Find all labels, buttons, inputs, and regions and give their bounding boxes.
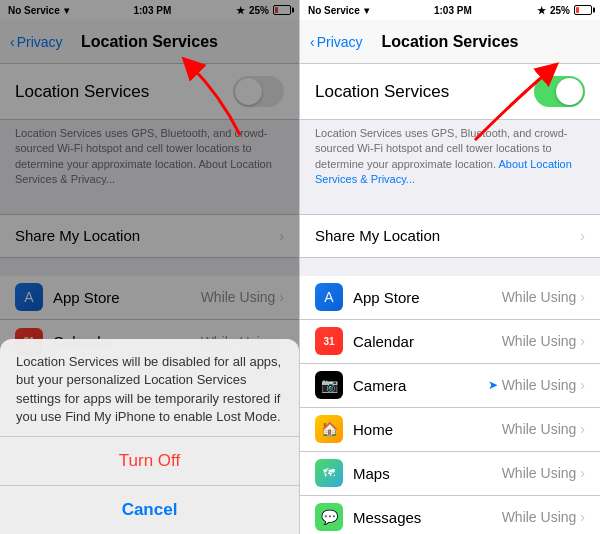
battery-icon-right (574, 5, 592, 15)
bluetooth-icon-right: ★ (537, 5, 546, 16)
camera-gps-indicator: ➤ (488, 378, 498, 392)
right-app-camera[interactable]: 📷 Camera ➤ While Using › (300, 364, 600, 408)
turn-off-button[interactable]: Turn Off (0, 437, 299, 486)
maps-value-right: While Using (502, 465, 577, 481)
right-app-appstore[interactable]: A App Store While Using › (300, 276, 600, 320)
right-app-calendar[interactable]: 31 Calendar While Using › (300, 320, 600, 364)
no-service-right: No Service (308, 5, 360, 16)
maps-icon-right: 🗺 (315, 459, 343, 487)
right-status-bar: No Service ▾ 1:03 PM ★ 25% (300, 0, 600, 20)
right-location-toggle[interactable] (534, 76, 585, 107)
camera-chevron-right: › (580, 377, 585, 393)
calendar-value-right: While Using (502, 333, 577, 349)
home-chevron-right: › (580, 421, 585, 437)
right-apps-list: A App Store While Using › 31 Calendar Wh… (300, 276, 600, 534)
right-status-right: ★ 25% (537, 5, 592, 16)
right-nav-bar: ‹ Privacy Location Services (300, 20, 600, 64)
battery-fill-right (576, 7, 580, 13)
camera-label-right: Camera (353, 377, 488, 394)
battery-pct-right: 25% (550, 5, 570, 16)
red-arrow-left (160, 55, 260, 145)
appstore-icon-right: A (315, 283, 343, 311)
right-back-label: Privacy (317, 34, 363, 50)
right-loc-label: Location Services (315, 82, 534, 102)
left-panel: No Service ▾ 1:03 PM ★ 25% ‹ Privacy Loc… (0, 0, 300, 534)
appstore-chevron-right: › (580, 289, 585, 305)
messages-value-right: While Using (502, 509, 577, 525)
right-divider-gap (300, 258, 600, 276)
right-content: Location Services Location Services uses… (300, 64, 600, 534)
home-value-right: While Using (502, 421, 577, 437)
camera-value-right: While Using (502, 377, 577, 393)
dialog-message: Location Services will be disabled for a… (0, 339, 299, 437)
right-app-home[interactable]: 🏠 Home While Using › (300, 408, 600, 452)
right-share-row[interactable]: Share My Location › (300, 214, 600, 258)
calendar-chevron-right: › (580, 333, 585, 349)
appstore-value-right: While Using (502, 289, 577, 305)
calendar-icon-right: 31 (315, 327, 343, 355)
calendar-label-right: Calendar (353, 333, 502, 350)
appstore-label-right: App Store (353, 289, 502, 306)
right-app-messages[interactable]: 💬 Messages While Using › (300, 496, 600, 534)
messages-icon-right: 💬 (315, 503, 343, 531)
cancel-button[interactable]: Cancel (0, 486, 299, 534)
right-location-services-row: Location Services (300, 64, 600, 120)
home-icon-right: 🏠 (315, 415, 343, 443)
maps-label-right: Maps (353, 465, 502, 482)
right-panel: No Service ▾ 1:03 PM ★ 25% ‹ Privacy Loc… (300, 0, 600, 534)
right-description: Location Services uses GPS, Bluetooth, a… (300, 120, 600, 196)
time-right: 1:03 PM (434, 5, 472, 16)
right-status-left: No Service ▾ (308, 5, 369, 16)
right-toggle-thumb (556, 78, 583, 105)
maps-chevron-right: › (580, 465, 585, 481)
right-nav-title: Location Services (382, 33, 519, 51)
messages-label-right: Messages (353, 509, 502, 526)
right-app-maps[interactable]: 🗺 Maps While Using › (300, 452, 600, 496)
camera-icon-right: 📷 (315, 371, 343, 399)
messages-chevron-right: › (580, 509, 585, 525)
right-back-button[interactable]: ‹ Privacy (310, 34, 363, 50)
home-label-right: Home (353, 421, 502, 438)
right-back-chevron: ‹ (310, 34, 315, 50)
right-share-label: Share My Location (315, 227, 580, 244)
wifi-icon-right: ▾ (364, 5, 369, 16)
right-share-chevron: › (580, 228, 585, 244)
dialog-box: Location Services will be disabled for a… (0, 339, 299, 534)
dialog-overlay: Location Services will be disabled for a… (0, 0, 299, 534)
